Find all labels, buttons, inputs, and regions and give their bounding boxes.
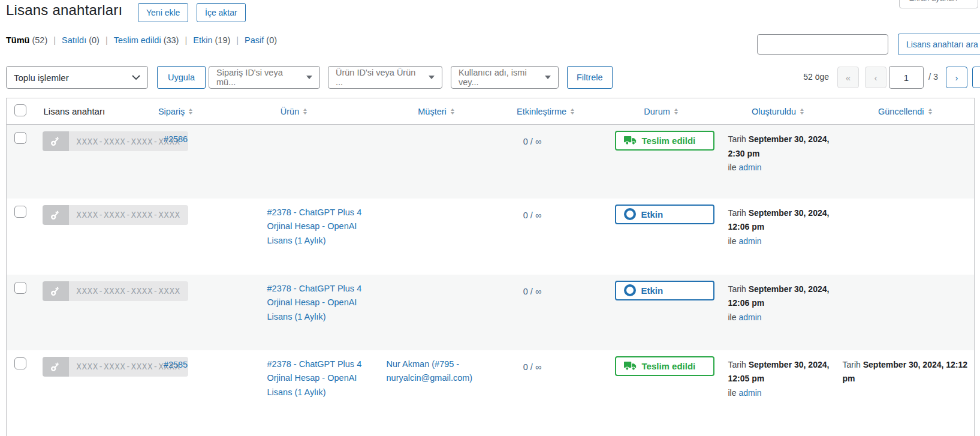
view-all-link[interactable]: Tümü(52): [6, 35, 47, 45]
status-badge: Teslim edildi: [615, 131, 714, 151]
created-cell: Tarih September 30, 2024, 12:05 pm ile a…: [720, 350, 837, 436]
truck-icon: [624, 136, 637, 145]
status-label: Etkin: [641, 209, 664, 219]
dropdown-arrow-icon: [429, 76, 435, 82]
order-filter-placeholder: Sipariş ID'si veya mü...: [216, 68, 301, 87]
license-key-value: XXXX-XXXX-XXXX-XXXX: [69, 281, 188, 301]
view-active: Etkin(19): [179, 35, 230, 45]
table-row: XXXX-XXXX-XXXX-XXXX #2585 #2378 - ChatGP…: [7, 350, 975, 436]
status-label: Etkin: [641, 285, 664, 296]
table-row: XXXX-XXXX-XXXX-XXXX #2378 - ChatGPT Plus…: [7, 199, 975, 275]
column-header-status[interactable]: Durum ▲▼: [603, 98, 720, 125]
license-key: XXXX-XXXX-XXXX-XXXX: [43, 281, 188, 301]
activation-count: 0 / ∞: [523, 211, 542, 220]
table-row: XXXX-XXXX-XXXX-XXXX #2586 0 / ∞ Teslim e…: [7, 125, 975, 199]
key-icon: [43, 281, 69, 301]
status-badge: Teslim edildi: [615, 356, 714, 376]
order-link[interactable]: #2586: [164, 134, 188, 144]
next-page-button[interactable]: ›: [946, 67, 967, 88]
dropdown-arrow-icon: [545, 76, 551, 82]
license-key: XXXX-XXXX-XXXX-XXXX: [43, 205, 188, 225]
license-keys-table: Lisans anahtarı Sipariş ▲▼ Ürün ▲▼ Müşte…: [6, 98, 975, 436]
last-page-button[interactable]: »: [972, 67, 980, 88]
sort-icon: ▲▼: [450, 108, 455, 115]
screen-options-label: Ekran ayarları: [909, 0, 958, 2]
apply-button[interactable]: Uygula: [157, 66, 206, 89]
customer-link[interactable]: Nur Akman (#795 - nuryalcin@gmail.com): [387, 359, 473, 383]
search-button[interactable]: Lisans anahtarı ara: [898, 34, 980, 55]
first-page-button[interactable]: «: [837, 67, 859, 88]
activation-count: 0 / ∞: [523, 137, 542, 146]
column-header-activation[interactable]: Etkinleştirme ▲▼: [489, 98, 603, 125]
status-label: Teslim edildi: [642, 136, 696, 146]
updated-cell: [837, 125, 975, 199]
activation-count: 0 / ∞: [523, 362, 542, 372]
column-header-order[interactable]: Sipariş ▲▼: [147, 98, 204, 125]
view-sold: Satıldı(0): [47, 35, 99, 45]
sort-icon: ▲▼: [188, 108, 193, 115]
view-inactive: Pasif(0): [230, 35, 277, 45]
view-sold-link[interactable]: Satıldı(0): [62, 35, 99, 45]
view-delivered-link[interactable]: Teslim edildi(33): [114, 35, 179, 45]
row-checkbox[interactable]: [14, 357, 26, 369]
product-filter-placeholder: Ürün ID'si veya Ürün ...: [336, 68, 424, 87]
row-checkbox[interactable]: [14, 132, 26, 144]
view-all: Tümü(52): [6, 35, 47, 45]
author-link[interactable]: admin: [738, 388, 761, 398]
user-filter-select[interactable]: Kullanıcı adı, ismi vey...: [451, 66, 559, 89]
activation-count: 0 / ∞: [523, 287, 542, 296]
product-link[interactable]: #2378 - ChatGPT Plus 4 Orjinal Hesap - O…: [267, 284, 362, 321]
key-icon: [43, 131, 69, 151]
truck-icon: [624, 362, 637, 371]
product-link[interactable]: #2378 - ChatGPT Plus 4 Orjinal Hesap - O…: [267, 208, 362, 245]
items-count: 52 öge: [769, 72, 829, 82]
updated-cell: Tarih September 30, 2024, 12:12 pm: [837, 350, 975, 436]
sort-icon: ▲▼: [928, 108, 933, 115]
view-active-link[interactable]: Etkin(19): [193, 35, 230, 45]
product-link[interactable]: #2378 - ChatGPT Plus 4 Orjinal Hesap - O…: [267, 359, 362, 397]
page-title: Lisans anahtarları: [6, 2, 122, 19]
created-cell: Tarih September 30, 2024, 2:30 pm ile ad…: [720, 125, 837, 199]
sort-icon: ▲▼: [674, 108, 679, 115]
circle-icon: [624, 284, 636, 296]
sort-icon: ▲▼: [570, 108, 575, 115]
user-filter-placeholder: Kullanıcı adı, ismi vey...: [459, 68, 540, 87]
column-header-updated[interactable]: Güncellendi ▲▼: [837, 98, 975, 125]
current-page-input[interactable]: [889, 66, 924, 89]
product-filter-select[interactable]: Ürün ID'si veya Ürün ...: [328, 66, 442, 89]
author-link[interactable]: admin: [738, 312, 761, 322]
row-checkbox[interactable]: [14, 206, 26, 218]
column-header-created[interactable]: Oluşturuldu ▲▼: [720, 98, 837, 125]
sort-icon: ▲▼: [303, 108, 307, 115]
add-new-button[interactable]: Yeni ekle: [138, 3, 188, 22]
dropdown-arrow-icon: [306, 76, 312, 82]
status-badge: Etkin: [615, 205, 714, 224]
filter-button[interactable]: Filtrele: [567, 66, 613, 89]
order-link[interactable]: #2585: [164, 360, 188, 369]
key-icon: [43, 357, 69, 377]
select-all-checkbox[interactable]: [14, 104, 26, 116]
license-key-value: XXXX-XXXX-XXXX-XXXX: [69, 205, 188, 225]
column-header-license-key: Lisans anahtarı: [37, 98, 147, 125]
status-badge: Etkin: [615, 281, 714, 300]
updated-cell: [837, 199, 975, 275]
author-link[interactable]: admin: [738, 163, 761, 172]
author-link[interactable]: admin: [738, 236, 761, 246]
bulk-actions-label: Toplu işlemler: [14, 73, 69, 83]
chevron-down-icon: [132, 75, 140, 80]
column-header-product[interactable]: Ürün ▲▼: [204, 98, 384, 125]
view-inactive-link[interactable]: Pasif(0): [245, 35, 277, 45]
search-input[interactable]: [757, 34, 888, 55]
bulk-actions-select[interactable]: Toplu işlemler: [6, 66, 148, 89]
created-cell: Tarih September 30, 2024, 12:06 pm ile a…: [720, 199, 837, 275]
sort-icon: ▲▼: [800, 108, 804, 115]
order-filter-select[interactable]: Sipariş ID'si veya mü...: [209, 66, 320, 89]
column-header-customer[interactable]: Müşteri ▲▼: [384, 98, 489, 125]
prev-page-button[interactable]: ‹: [865, 67, 886, 88]
import-button[interactable]: İçe aktar: [197, 3, 246, 22]
created-cell: Tarih September 30, 2024, 12:06 pm ile a…: [720, 275, 837, 350]
total-pages-label: / 3: [928, 72, 938, 82]
row-checkbox[interactable]: [14, 282, 26, 294]
key-icon: [43, 205, 69, 225]
screen-options-button[interactable]: Ekran ayarları: [899, 0, 978, 8]
